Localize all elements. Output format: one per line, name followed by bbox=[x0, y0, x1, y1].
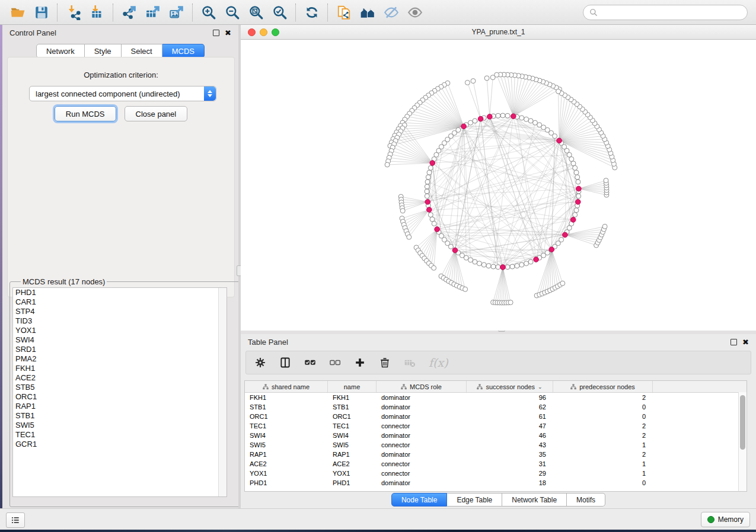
hide-selected-button[interactable] bbox=[379, 2, 403, 23]
deselect-all-rows-button[interactable] bbox=[329, 357, 341, 368]
close-panel-icon[interactable]: ✖ bbox=[225, 29, 231, 37]
result-node-item[interactable]: PHD1 bbox=[13, 288, 227, 297]
tab-network-table[interactable]: Network Table bbox=[502, 493, 567, 507]
table-cell[interactable]: RAP1 bbox=[328, 450, 377, 459]
search-box[interactable] bbox=[583, 5, 748, 20]
table-cell[interactable]: SWI5 bbox=[245, 440, 328, 450]
tab-node-table[interactable]: Node Table bbox=[391, 493, 448, 507]
table-cell[interactable]: TEC1 bbox=[328, 421, 377, 431]
first-neighbors-button[interactable] bbox=[356, 2, 379, 23]
table-close-panel-icon[interactable]: ✖ bbox=[742, 338, 749, 346]
clone-network-button[interactable] bbox=[332, 2, 356, 23]
table-cell[interactable]: SWI5 bbox=[328, 440, 377, 450]
table-scrollbar-thumb[interactable] bbox=[740, 395, 745, 450]
table-cell[interactable]: 0 bbox=[553, 478, 653, 488]
save-session-button[interactable] bbox=[30, 2, 53, 23]
result-node-item[interactable]: SWI5 bbox=[13, 421, 227, 430]
table-cell[interactable]: 1 bbox=[553, 459, 653, 469]
table-cell[interactable]: YOX1 bbox=[328, 469, 377, 478]
table-cell[interactable]: 35 bbox=[467, 450, 553, 459]
table-cell[interactable]: STB1 bbox=[328, 402, 377, 412]
import-network-button[interactable] bbox=[62, 2, 85, 23]
result-node-item[interactable]: STB1 bbox=[13, 411, 227, 421]
result-node-item[interactable]: GCR1 bbox=[13, 440, 227, 449]
close-panel-button[interactable]: Close panel bbox=[125, 106, 188, 121]
zoom-fit-button[interactable] bbox=[244, 2, 268, 23]
table-cell[interactable]: 2 bbox=[553, 421, 653, 431]
table-cell[interactable]: ACE2 bbox=[328, 459, 377, 469]
criterion-dropdown[interactable]: largest connected component (undirected) bbox=[29, 86, 216, 101]
table-cell[interactable]: 0 bbox=[553, 412, 653, 421]
table-cell[interactable]: 31 bbox=[467, 459, 553, 469]
run-mcds-button[interactable]: Run MCDS bbox=[55, 106, 116, 121]
open-file-button[interactable] bbox=[6, 2, 30, 23]
table-cell[interactable]: dominator bbox=[377, 450, 467, 459]
table-cell[interactable]: 61 bbox=[467, 412, 553, 421]
table-row[interactable]: TEC1TEC1connector472 bbox=[245, 421, 747, 431]
network-canvas[interactable] bbox=[241, 40, 756, 331]
table-cell[interactable]: connector bbox=[377, 440, 467, 450]
zoom-selected-button[interactable] bbox=[268, 2, 292, 23]
select-all-rows-button[interactable] bbox=[304, 357, 316, 368]
show-all-button[interactable] bbox=[403, 2, 427, 23]
tab-mcds[interactable]: MCDS bbox=[162, 44, 205, 58]
memory-button[interactable]: Memory bbox=[701, 512, 750, 527]
table-cell[interactable]: YOX1 bbox=[245, 469, 328, 478]
result-node-item[interactable]: STB5 bbox=[13, 383, 227, 392]
export-network-button[interactable] bbox=[117, 2, 141, 23]
result-list-scrollbar[interactable] bbox=[218, 288, 227, 496]
table-cell[interactable]: 2 bbox=[553, 393, 653, 402]
task-history-button[interactable] bbox=[6, 512, 25, 528]
table-row[interactable]: ORC1ORC1dominator610 bbox=[245, 412, 747, 421]
import-table-button[interactable] bbox=[85, 2, 109, 23]
table-float-panel-icon[interactable] bbox=[731, 339, 737, 345]
zoom-in-button[interactable] bbox=[197, 2, 221, 23]
table-settings-button[interactable] bbox=[254, 357, 266, 368]
column-header-MCDS-role[interactable]: MCDS role bbox=[377, 381, 467, 392]
delete-column-button[interactable] bbox=[379, 357, 391, 368]
result-node-item[interactable]: TID3 bbox=[13, 316, 227, 326]
table-scrollbar[interactable] bbox=[738, 392, 747, 491]
table-cell[interactable]: SWI4 bbox=[328, 431, 377, 440]
table-cell[interactable]: RAP1 bbox=[245, 450, 328, 459]
zoom-out-button[interactable] bbox=[221, 2, 244, 23]
tab-network[interactable]: Network bbox=[36, 44, 85, 58]
table-row[interactable]: SWI5SWI5connector431 bbox=[245, 440, 747, 450]
table-cell[interactable]: 43 bbox=[467, 440, 553, 450]
table-row[interactable]: SWI4SWI4dominator462 bbox=[245, 431, 747, 440]
tab-select[interactable]: Select bbox=[122, 44, 162, 58]
result-node-item[interactable]: SWI4 bbox=[13, 335, 227, 345]
table-row[interactable]: STB1STB1dominator620 bbox=[245, 402, 747, 412]
result-node-item[interactable]: YOX1 bbox=[13, 326, 227, 335]
table-cell[interactable]: FKH1 bbox=[328, 393, 377, 402]
table-cell[interactable]: dominator bbox=[377, 431, 467, 440]
export-image-button[interactable] bbox=[165, 2, 189, 23]
float-panel-icon[interactable] bbox=[213, 30, 219, 36]
table-cell[interactable]: connector bbox=[377, 469, 467, 478]
table-row[interactable]: PHD1PHD1dominator180 bbox=[245, 478, 747, 488]
table-cell[interactable]: 1 bbox=[553, 469, 653, 478]
column-header-name[interactable]: name bbox=[328, 381, 377, 392]
table-cell[interactable]: 2 bbox=[553, 431, 653, 440]
add-column-button[interactable] bbox=[354, 357, 366, 368]
table-cell[interactable]: ORC1 bbox=[245, 412, 328, 421]
table-cell[interactable]: 18 bbox=[467, 478, 553, 488]
tab-motifs[interactable]: Motifs bbox=[567, 493, 605, 507]
table-row[interactable]: FKH1FKH1dominator962 bbox=[245, 393, 747, 402]
result-node-item[interactable]: RAP1 bbox=[13, 402, 227, 411]
table-cell[interactable]: TEC1 bbox=[245, 421, 328, 431]
table-row[interactable]: ACE2ACE2connector311 bbox=[245, 459, 747, 469]
tab-style[interactable]: Style bbox=[85, 44, 122, 58]
result-node-item[interactable]: CAR1 bbox=[13, 297, 227, 307]
show-columns-button[interactable] bbox=[279, 357, 291, 368]
table-cell[interactable]: 47 bbox=[467, 421, 553, 431]
table-cell[interactable]: ORC1 bbox=[328, 412, 377, 421]
table-cell[interactable]: SWI4 bbox=[245, 431, 328, 440]
column-header-successor-nodes[interactable]: successor nodes⌄ bbox=[467, 381, 553, 392]
table-row[interactable]: RAP1RAP1dominator352 bbox=[245, 450, 747, 459]
column-header-shared-name[interactable]: shared name bbox=[245, 381, 328, 392]
result-node-item[interactable]: FKH1 bbox=[13, 364, 227, 373]
table-cell[interactable]: dominator bbox=[377, 402, 467, 412]
table-cell[interactable]: 1 bbox=[553, 440, 653, 450]
table-cell[interactable]: 62 bbox=[467, 402, 553, 412]
